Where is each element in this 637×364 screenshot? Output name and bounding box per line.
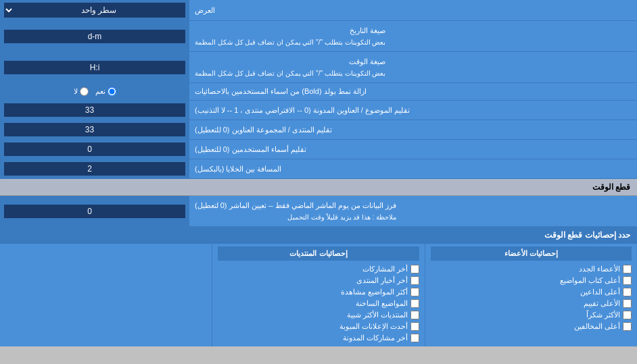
- checkbox-most-thanked: الأكثر شكراً: [431, 309, 632, 321]
- cutoff-days-row: فرز البيانات من يوم الماشر الماضي فقط --…: [0, 196, 637, 227]
- checkbox-most-viewed-input[interactable]: [410, 288, 419, 296]
- cutoff-section-header: قطع الوقت: [0, 179, 637, 196]
- checkbox-latest-news-input[interactable]: [410, 276, 419, 285]
- forum-trim-input-area: [0, 120, 189, 139]
- forum-stats-header: إحصائيات المنتديات: [218, 246, 419, 261]
- cutoff-days-input[interactable]: [4, 205, 185, 218]
- subject-trim-input[interactable]: [4, 103, 185, 117]
- subject-trim-row: تقليم الموضوع / العناوين المدونة (0 -- ا…: [0, 101, 637, 120]
- forum-trim-row: تقليم المنتدى / المجموعة العناوين (0 للت…: [0, 120, 637, 140]
- checkbox-hot-topics-input[interactable]: [410, 299, 419, 308]
- display-mode-label: العرض: [189, 0, 637, 20]
- checkbox-latest-posts: أخر المشاركات: [218, 263, 419, 275]
- cell-spacing-label: المسافة بين الخلايا (بالبكسل): [189, 159, 637, 178]
- bold-remove-radio-group: نعم لا: [70, 86, 120, 97]
- time-format-row: صيغة الوقت بعض التكوينات يتطلب "/" التي …: [0, 52, 637, 83]
- cutoff-days-label: فرز البيانات من يوم الماشر الماضي فقط --…: [189, 196, 637, 226]
- checkbox-top-violators: أعلى المخالفين: [431, 321, 632, 332]
- checkbox-top-recruiters: أعلى الداعين: [431, 286, 632, 298]
- date-format-label: صيغة التاريخ بعض التكوينات يتطلب "/" الت…: [189, 21, 637, 51]
- date-format-row: صيغة التاريخ بعض التكوينات يتطلب "/" الت…: [0, 21, 637, 52]
- username-trim-row: تقليم أسماء المستخدمين (0 للتعطيل): [0, 140, 637, 159]
- display-mode-input-area: سطر واحد سطرين ثلاثة أسطر: [0, 0, 189, 20]
- checkbox-top-authors-input[interactable]: [623, 276, 632, 285]
- checkbox-new-members-input[interactable]: [623, 265, 632, 274]
- display-mode-select[interactable]: سطر واحد سطرين ثلاثة أسطر: [4, 3, 185, 18]
- main-container: العرض سطر واحد سطرين ثلاثة أسطر صيغة الت…: [0, 0, 637, 346]
- username-trim-input-area: [0, 140, 189, 159]
- checkbox-new-members: الأعضاء الجدد: [431, 263, 632, 275]
- checkbox-most-thanked-input[interactable]: [623, 311, 632, 319]
- bold-remove-yes-label[interactable]: نعم: [95, 87, 116, 96]
- bold-remove-no-radio[interactable]: [80, 87, 89, 96]
- forum-stats-col: إحصائيات المنتديات أخر المشاركات أخر أخب…: [212, 244, 424, 346]
- checkbox-latest-classifieds-input[interactable]: [410, 322, 419, 331]
- bold-remove-yes-radio[interactable]: [108, 87, 116, 96]
- cell-spacing-input-area: [0, 159, 189, 178]
- member-stats-header: إحصائيات الأعضاء: [431, 246, 632, 261]
- forum-trim-label: تقليم المنتدى / المجموعة العناوين (0 للت…: [189, 120, 637, 139]
- checkbox-latest-news: أخر أخبار المنتدى: [218, 275, 419, 286]
- checkbox-latest-blog-posts-input[interactable]: [410, 334, 419, 342]
- time-format-input-area: [0, 52, 189, 82]
- checkbox-most-similar-forums: المنتديات الأكثر شبية: [218, 309, 419, 321]
- bold-remove-input-area: نعم لا: [0, 83, 189, 100]
- username-trim-input[interactable]: [4, 142, 185, 156]
- checkbox-latest-posts-input[interactable]: [410, 265, 419, 274]
- cell-spacing-row: المسافة بين الخلايا (بالبكسل): [0, 159, 637, 179]
- checkboxes-grid: إحصائيات الأعضاء الأعضاء الجدد أعلى كتاب…: [0, 244, 637, 346]
- forum-trim-input[interactable]: [4, 123, 185, 136]
- checkbox-top-recruiters-input[interactable]: [623, 288, 632, 296]
- bold-remove-no-label[interactable]: لا: [74, 87, 89, 96]
- cell-spacing-input[interactable]: [4, 162, 185, 176]
- checkbox-top-authors: أعلى كتاب المواضيع: [431, 275, 632, 286]
- checkbox-latest-classifieds: أحدث الإعلانات المبوبة: [218, 321, 419, 332]
- checkbox-top-rated-input[interactable]: [623, 299, 632, 308]
- stats-section-header-row: حدد إحصائيات قطع الوقت: [0, 227, 637, 244]
- stats-section-title: حدد إحصائيات قطع الوقت: [7, 230, 630, 240]
- checkbox-most-similar-forums-input[interactable]: [410, 311, 419, 319]
- date-format-input-area: [0, 21, 189, 51]
- fil-area: If FIL: [5, 263, 206, 346]
- time-format-input[interactable]: [4, 61, 185, 74]
- time-format-label: صيغة الوقت بعض التكوينات يتطلب "/" التي …: [189, 52, 637, 82]
- checkbox-top-rated: الأعلى تقييم: [431, 298, 632, 309]
- checkbox-top-violators-input[interactable]: [623, 322, 632, 331]
- username-trim-label: تقليم أسماء المستخدمين (0 للتعطيل): [189, 140, 637, 159]
- bold-remove-label: ازالة نمط بولد (Bold) من اسماء المستخدمي…: [189, 83, 637, 100]
- empty-stats-col: - If FIL: [0, 244, 212, 346]
- bold-remove-row: ازالة نمط بولد (Bold) من اسماء المستخدمي…: [0, 83, 637, 101]
- display-mode-row: العرض سطر واحد سطرين ثلاثة أسطر: [0, 0, 637, 21]
- member-stats-col: إحصائيات الأعضاء الأعضاء الجدد أعلى كتاب…: [425, 244, 637, 346]
- checkbox-hot-topics: المواضيع الساخنة: [218, 298, 419, 309]
- subject-trim-label: تقليم الموضوع / العناوين المدونة (0 -- ا…: [189, 101, 637, 120]
- subject-trim-input-area: [0, 101, 189, 120]
- checkbox-most-viewed: أكثر المواضيع مشاهدة: [218, 286, 419, 298]
- cutoff-days-input-area: [0, 196, 189, 226]
- date-format-input[interactable]: [4, 30, 185, 43]
- checkbox-latest-blog-posts: أخر مشاركات المدونة: [218, 332, 419, 344]
